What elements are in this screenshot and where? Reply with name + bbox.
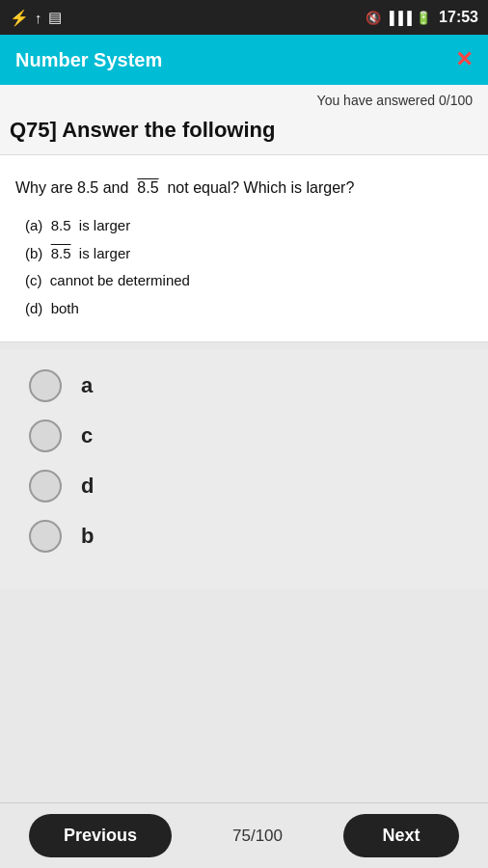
radio-c[interactable] xyxy=(29,420,62,452)
usb-icon: ⚡ xyxy=(10,9,29,27)
bottom-nav: Previous 75/100 Next xyxy=(0,802,488,868)
radio-inner-a xyxy=(40,380,51,392)
choice-label-d: d xyxy=(81,474,94,499)
status-bar: ⚡ ↑ ▤ 🔇 ▐▐▐ 🔋 17:53 xyxy=(0,0,488,35)
option-d: (d) both xyxy=(15,295,473,323)
radio-inner-c xyxy=(40,430,51,442)
question-card: Why are 8.5 and 8.5 not equal? Which is … xyxy=(0,154,488,342)
next-button[interactable]: Next xyxy=(343,814,459,857)
radio-a[interactable] xyxy=(29,369,62,402)
choice-label-a: a xyxy=(81,373,93,398)
previous-button[interactable]: Previous xyxy=(29,814,172,857)
progress-text: You have answered 0/100 xyxy=(317,93,473,108)
app-header: Number System ✕ xyxy=(0,35,488,85)
status-bar-left: ⚡ ↑ ▤ xyxy=(10,9,62,27)
radio-b[interactable] xyxy=(29,520,62,553)
choice-a[interactable]: a xyxy=(29,369,459,402)
page-count: 75/100 xyxy=(232,827,283,846)
radio-inner-b xyxy=(40,530,51,542)
question-text: Why are 8.5 and 8.5 not equal? Which is … xyxy=(15,175,473,201)
option-a: (a) 8.5 is larger xyxy=(15,212,473,240)
mute-icon: 🔇 xyxy=(366,11,381,25)
close-button[interactable]: ✕ xyxy=(455,47,473,72)
upload-icon: ↑ xyxy=(35,10,42,26)
choice-label-c: c xyxy=(81,423,93,448)
question-label: Q75] Answer the following xyxy=(10,118,275,142)
radio-inner-d xyxy=(40,480,51,492)
radio-d[interactable] xyxy=(29,470,62,502)
choice-c[interactable]: c xyxy=(29,420,459,452)
status-bar-right: 🔇 ▐▐▐ 🔋 17:53 xyxy=(366,9,478,26)
signal-icon: ▐▐▐ xyxy=(385,11,412,25)
file-icon: ▤ xyxy=(48,9,62,26)
choices-area: a c d b xyxy=(0,350,488,589)
choice-b[interactable]: b xyxy=(29,520,459,553)
battery-icon: 🔋 xyxy=(416,11,431,25)
option-b: (b) 8.5 is larger xyxy=(15,240,473,268)
option-c: (c) cannot be determined xyxy=(15,267,473,295)
app-title: Number System xyxy=(15,49,162,71)
choice-label-b: b xyxy=(81,524,94,549)
clock: 17:53 xyxy=(439,9,478,26)
choice-d[interactable]: d xyxy=(29,470,459,502)
progress-area: You have answered 0/100 xyxy=(0,85,488,112)
question-heading: Q75] Answer the following xyxy=(0,112,488,154)
